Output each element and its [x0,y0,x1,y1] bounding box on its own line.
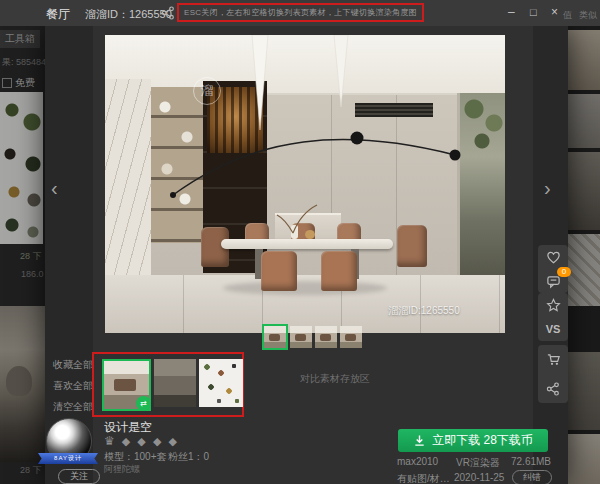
vs-label: VS [546,323,561,335]
shortcut-tooltip-annotation: ESC关闭，左右和空格切换列表页素材，上下键切换渲染角度图 [177,3,424,22]
doorway-with-plants [457,93,505,275]
comment-button[interactable]: 0 [541,270,565,292]
compare-swap-icon[interactable]: ⇄ [136,396,151,411]
dining-chair [261,251,297,291]
dining-table [221,239,393,249]
share-rail-button[interactable] [541,378,565,400]
air-vent-grille [355,103,433,117]
action-group-cart [538,345,568,403]
crown-icon: ♛ [104,434,117,448]
close-button[interactable]: × [551,5,558,19]
comment-count-badge: 0 [557,267,571,277]
price-label: 28 下 [20,250,42,263]
background-thumbnail [568,94,600,148]
dining-chair [321,251,357,291]
collect-all-button[interactable]: 收藏全部 [53,358,93,372]
compare-area-annotation: ⇄ [92,352,244,417]
clear-all-button[interactable]: 清空全部 [53,400,93,414]
maximize-button[interactable]: □ [530,5,537,19]
free-filter[interactable]: 免费 [2,76,35,90]
file-format-label: max2010 [397,456,438,467]
table-vase [305,230,315,239]
room-ceiling [105,35,505,95]
dining-chair [397,225,427,267]
designer-fans-stat: 粉丝1：0 [168,450,209,464]
renderer-label: VR渲染器 [456,456,500,470]
display-shelving [151,87,203,243]
angle-thumbnail[interactable] [315,326,337,348]
diamond-icon: ◆ [168,435,178,447]
action-group-collect: VS [538,293,568,341]
compare-storage-label: 对比素材存放区 [300,372,370,386]
upload-date-label: 2020-11-25 [454,472,504,483]
share-icon[interactable] [161,6,175,20]
angle-thumbnail[interactable] [290,326,312,348]
material-id-label: 溜溜ID：1265550 [85,7,172,22]
next-arrow-icon[interactable]: › [544,178,551,198]
compare-thumbnail[interactable] [199,359,243,407]
marble-wall-panel [105,79,151,275]
maps-label: 有贴图/材… [397,472,450,484]
diamond-icon: ◆ [122,435,132,447]
price-label: 28 下 [20,464,42,477]
follow-button[interactable]: 关注 [58,469,100,484]
angle-thumbnail[interactable] [340,326,362,348]
download-icon [413,434,426,447]
download-button-label: 立即下载 28下载币 [432,432,533,449]
background-thumbnail [568,352,600,430]
floor-shadow [223,281,387,295]
app-window: 餐厅 溜溜ID：1265550 ESC关闭，左右和空格切换列表页素材，上下键切换… [0,0,600,484]
background-thumbnail [568,152,600,230]
designer-models-stat: 模型：100+套 [104,450,167,464]
file-size-label: 72.61MB [511,456,551,467]
action-group-favorite: 0 [538,245,568,293]
shortcut-tooltip-text: ESC关闭，左右和空格切换列表页素材，上下键切换渲染角度图 [184,7,417,18]
background-thumbnail [568,434,600,484]
background-thumbnail [568,30,600,90]
designer-ribbon-badge: 8AY设计 [38,453,98,464]
compare-thumbnail[interactable] [154,359,196,407]
toolbox-button[interactable]: 工具箱 [0,30,40,48]
background-list-page-left: 工具箱 果: 585484 免费 28 下 186.0 28 下 [0,26,45,484]
download-button[interactable]: 立即下载 28下载币 [398,429,548,452]
prev-arrow-icon[interactable]: ‹ [51,178,58,198]
diamond-icon: ◆ [153,435,163,447]
preview-modal: 溜 溜溜ID:1265550 ‹ › 0 [45,26,568,484]
designer-alias: 阿狸陀螺 [104,463,140,476]
minimize-button[interactable]: – [508,5,515,19]
background-room-thumbnail [0,306,45,462]
price-label: 186.0 [21,269,44,279]
error-report-button[interactable]: 纠错 [512,470,552,484]
watermark-logo: 溜 [193,77,221,105]
angle-thumbnail-selected[interactable] [262,324,288,350]
background-text-fragment: 类似 [579,9,597,22]
result-count-label: 果: 585484 [2,56,45,69]
titlebar: 餐厅 溜溜ID：1265550 ESC关闭，左右和空格切换列表页素材，上下键切换… [0,0,600,26]
like-all-button[interactable]: 喜欢全部 [53,379,93,393]
free-filter-label: 免费 [15,76,35,90]
category-title: 餐厅 [46,6,70,23]
main-preview-image[interactable]: 溜 溜溜ID:1265550 [105,35,505,333]
cart-button[interactable] [541,349,565,371]
diamond-icon: ◆ [137,435,147,447]
compare-thumbnail-selected[interactable]: ⇄ [102,359,151,411]
watermark-id: 溜溜ID:1265550 [388,304,460,318]
designer-rank: ♛ ◆ ◆ ◆ ◆ [104,434,179,448]
product-thumbnails-panel [0,92,43,244]
star-collect-button[interactable] [541,294,565,316]
like-heart-button[interactable] [541,246,565,268]
background-thumbnail [568,234,600,306]
table-vase [291,225,298,239]
background-text-fragment: 值 [563,9,572,22]
background-list-page-right [568,26,600,484]
vs-compare-button[interactable]: VS [541,318,565,340]
checkbox-icon[interactable] [2,78,12,88]
